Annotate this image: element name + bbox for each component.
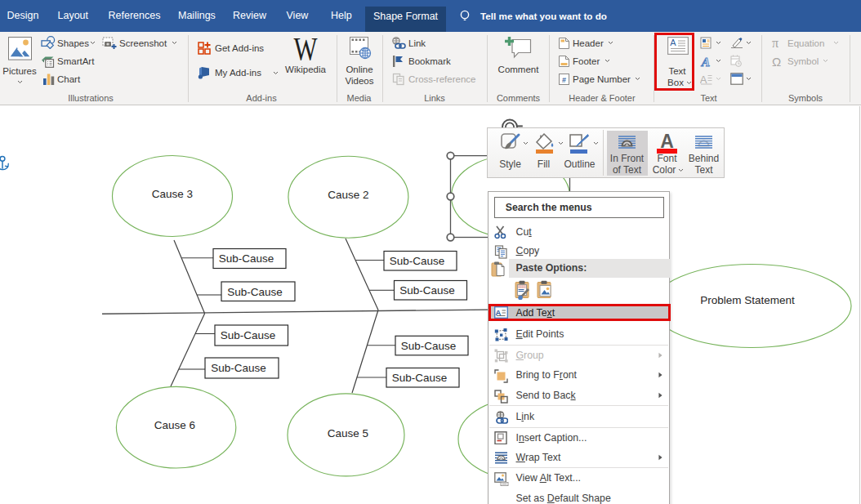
svg-text:Sub-Cause: Sub-Cause (211, 362, 266, 374)
svg-text:A: A (496, 308, 502, 317)
svg-text:Cause 2: Cause 2 (328, 189, 368, 201)
svg-text:Sub-Cause: Sub-Cause (227, 286, 283, 298)
svg-text:Sub-Cause: Sub-Cause (392, 372, 448, 384)
svg-text:Sub-Cause: Sub-Cause (401, 340, 457, 352)
svg-text:Cause 3: Cause 3 (152, 188, 193, 200)
svg-text:Sub-Cause: Sub-Cause (219, 252, 274, 265)
svg-text:Sub-Cause: Sub-Cause (390, 255, 445, 267)
svg-text:Problem Statement: Problem Statement (700, 294, 795, 306)
svg-text:Cause 6: Cause 6 (154, 419, 195, 431)
svg-text:Sub-Cause: Sub-Cause (399, 284, 455, 297)
svg-text:Sub-Cause: Sub-Cause (221, 329, 276, 341)
svg-text:Cause 5: Cause 5 (328, 427, 368, 439)
